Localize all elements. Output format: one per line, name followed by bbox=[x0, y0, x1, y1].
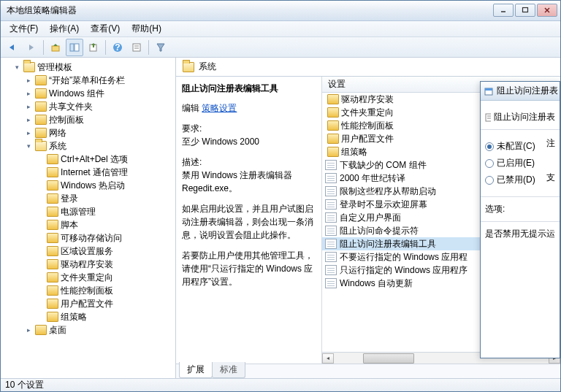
tree-item[interactable]: 性能控制面板 bbox=[1, 284, 175, 297]
menu-file[interactable]: 文件(F) bbox=[4, 21, 44, 36]
expand-icon[interactable]: ▸ bbox=[24, 102, 33, 111]
up-button[interactable] bbox=[47, 39, 64, 56]
tree-item[interactable]: 区域设置服务 bbox=[1, 245, 175, 258]
content-area: ▾ 管理模板 ▸“开始”菜单和任务栏▸Windows 组件▸共享文件夹▸控制面板… bbox=[1, 58, 560, 378]
tree-item-system[interactable]: ▾ 系统 bbox=[1, 139, 175, 153]
expand-spacer bbox=[36, 194, 45, 203]
forward-button[interactable] bbox=[23, 39, 40, 56]
menu-action[interactable]: 操作(A) bbox=[44, 21, 85, 36]
expand-icon[interactable]: ▸ bbox=[24, 115, 33, 124]
folder-icon bbox=[47, 207, 58, 217]
list-row-label: 不要运行指定的 Windows 应用程 bbox=[340, 251, 468, 264]
edit-label: 编辑 bbox=[182, 103, 199, 113]
radio-icon bbox=[485, 159, 494, 168]
window-title: 本地组策略编辑器 bbox=[1, 4, 493, 17]
tree-item[interactable]: 驱动程序安装 bbox=[1, 258, 175, 271]
tree-item[interactable]: 可移动存储访问 bbox=[1, 231, 175, 245]
minimize-button[interactable] bbox=[493, 4, 514, 17]
tree-item[interactable]: Ctrl+Alt+Del 选项 bbox=[1, 153, 175, 166]
tree-item[interactable]: 电源管理 bbox=[1, 205, 175, 218]
expand-spacer bbox=[36, 299, 45, 308]
list-row-label: 阻止访问命令提示符 bbox=[340, 225, 419, 237]
tree-item[interactable]: 登录 bbox=[1, 192, 175, 205]
status-text: 10 个设置 bbox=[5, 379, 44, 391]
export-button[interactable] bbox=[85, 39, 102, 56]
policy-file-icon bbox=[325, 239, 337, 249]
svg-text:?: ? bbox=[115, 42, 120, 53]
tree-item[interactable]: ▸共享文件夹 bbox=[1, 100, 175, 113]
tree-item[interactable]: Internet 通信管理 bbox=[1, 166, 175, 179]
tree-item[interactable]: 用户配置文件 bbox=[1, 297, 175, 310]
tree-item[interactable]: 组策略 bbox=[1, 310, 175, 323]
list-row-label: 驱动程序安装 bbox=[341, 93, 394, 106]
toolbar: ? bbox=[1, 37, 560, 58]
expand-icon[interactable]: ▸ bbox=[24, 89, 33, 98]
tree-root-admin-templates[interactable]: ▾ 管理模板 bbox=[1, 61, 175, 74]
folder-icon bbox=[47, 193, 58, 204]
dialog-title: 阻止访问注册表 bbox=[497, 85, 558, 97]
folder-open-icon bbox=[183, 62, 194, 72]
scroll-left-button[interactable]: ◂ bbox=[322, 353, 334, 364]
folder-icon bbox=[47, 246, 58, 256]
collapse-icon[interactable]: ▾ bbox=[12, 63, 21, 72]
menu-help[interactable]: 帮助(H) bbox=[126, 21, 167, 36]
tree-label: 脚本 bbox=[61, 219, 78, 231]
properties-button[interactable] bbox=[128, 39, 145, 56]
folder-icon bbox=[47, 167, 58, 177]
expand-spacer bbox=[36, 247, 45, 255]
expand-spacer bbox=[36, 220, 45, 229]
show-tree-button[interactable] bbox=[66, 39, 83, 56]
dialog-content: 是否禁用无提示运 bbox=[485, 228, 555, 240]
expand-icon[interactable]: ▸ bbox=[24, 326, 33, 334]
maximize-button[interactable] bbox=[515, 4, 535, 17]
tree-item[interactable]: ▸网络 bbox=[1, 126, 175, 139]
tree-label: 系统 bbox=[49, 140, 66, 153]
requirement-label: 要求: bbox=[182, 122, 316, 135]
tree-label: 性能控制面板 bbox=[61, 285, 113, 297]
expand-spacer bbox=[36, 207, 45, 216]
tree-item[interactable]: ▸控制面板 bbox=[1, 113, 175, 126]
folder-icon bbox=[327, 134, 339, 144]
folder-icon bbox=[47, 259, 58, 269]
help-button[interactable]: ? bbox=[109, 39, 126, 56]
radio-enabled[interactable]: 已启用(E) bbox=[485, 157, 535, 169]
expand-icon[interactable]: ▸ bbox=[24, 76, 33, 85]
folder-icon bbox=[35, 115, 47, 125]
tab-standard[interactable]: 标准 bbox=[212, 362, 245, 378]
folder-icon bbox=[47, 299, 58, 309]
list-row-label: 用户配置文件 bbox=[341, 133, 394, 145]
dialog-body: 阻止访问注册表 未配置(C) 已启用(E) 已禁用(D) bbox=[481, 101, 560, 246]
policy-file-icon bbox=[325, 226, 337, 236]
tree-item[interactable]: 脚本 bbox=[1, 218, 175, 231]
window-controls bbox=[493, 4, 557, 18]
svg-rect-4 bbox=[52, 46, 59, 51]
edit-policy-link[interactable]: 策略设置 bbox=[202, 103, 237, 113]
expand-icon[interactable]: ▸ bbox=[24, 128, 33, 137]
collapse-icon[interactable]: ▾ bbox=[24, 142, 33, 150]
back-button[interactable] bbox=[4, 39, 21, 56]
dialog-side-support: 支 bbox=[546, 172, 555, 184]
tree-item-desktop[interactable]: ▸ 桌面 bbox=[1, 323, 175, 337]
close-button[interactable] bbox=[537, 4, 557, 17]
tree-label: 电源管理 bbox=[61, 206, 96, 218]
menu-view[interactable]: 查看(V) bbox=[85, 21, 126, 36]
tab-extended[interactable]: 扩展 bbox=[179, 362, 213, 378]
list-row-label: 只运行指定的 Windows 应用程序 bbox=[340, 264, 468, 277]
policy-dialog: 阻止访问注册表 阻止访问注册表 未配置(C) 已启用(E) bbox=[480, 81, 560, 358]
tree-item[interactable]: ▸“开始”菜单和任务栏 bbox=[1, 74, 175, 87]
tree-label: 文件夹重定向 bbox=[61, 272, 113, 284]
tree-label: 桌面 bbox=[49, 324, 66, 337]
scroll-thumb[interactable] bbox=[363, 353, 414, 364]
radio-unconfigured[interactable]: 未配置(C) bbox=[485, 140, 535, 153]
svg-rect-15 bbox=[486, 114, 491, 121]
tree-item[interactable]: 文件夹重定向 bbox=[1, 271, 175, 284]
tree-pane[interactable]: ▾ 管理模板 ▸“开始”菜单和任务栏▸Windows 组件▸共享文件夹▸控制面板… bbox=[1, 58, 176, 378]
folder-icon bbox=[47, 233, 58, 243]
radio-disabled[interactable]: 已禁用(D) bbox=[485, 174, 535, 186]
tree-item[interactable]: ▸Windows 组件 bbox=[1, 87, 175, 100]
folder-icon bbox=[47, 312, 58, 322]
tree-label: 用户配置文件 bbox=[61, 298, 113, 310]
filter-button[interactable] bbox=[152, 39, 169, 56]
tree-label: Windows 热启动 bbox=[61, 180, 125, 192]
tree-item[interactable]: Windows 热启动 bbox=[1, 179, 175, 192]
